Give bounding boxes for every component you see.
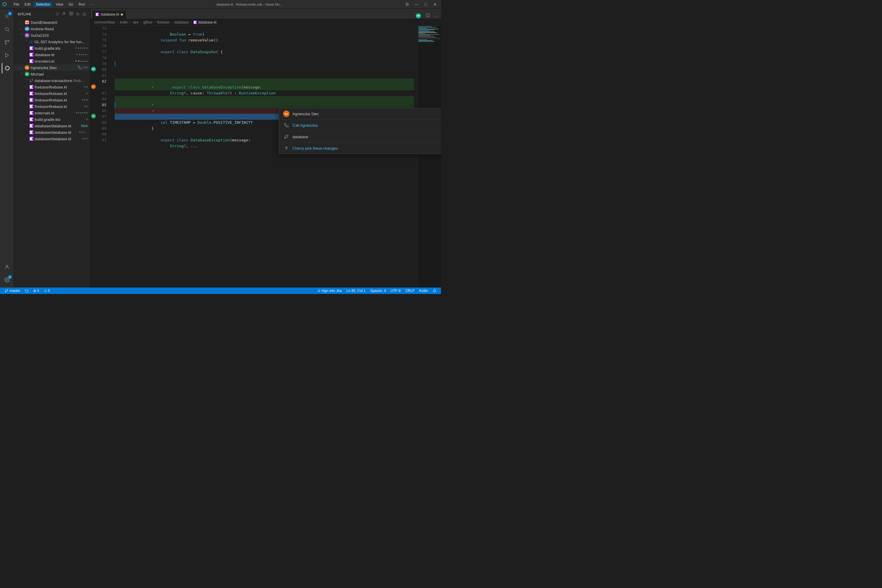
settings-activity-icon[interactable]: 1 [2, 274, 12, 285]
sidebar-item-gl587[interactable]: › ☑ GL-587 Analytics for the fun... [14, 39, 90, 45]
statusbar-notifications[interactable] [430, 288, 439, 294]
breadcrumb-kt-icon [194, 21, 197, 24]
sidebar-item-fb2[interactable]: firebase/firebase.kt + [14, 90, 90, 97]
sidebar: GITLIVE ▽ ↻ ⊡ [14, 9, 90, 288]
sidebar-item-build-gradle[interactable]: build.gradle.kts • +++++ [14, 45, 90, 51]
extensions-activity-icon[interactable] [2, 63, 12, 74]
call-agnieszka-icon[interactable] [78, 65, 82, 70]
view-code-icon[interactable]: </> [83, 65, 88, 70]
minimize-button[interactable]: ─ [413, 2, 420, 8]
menu-go[interactable]: Go [66, 2, 75, 7]
search-activity-icon[interactable] [2, 24, 12, 35]
split-editor-icon[interactable] [424, 13, 431, 19]
suda-avatar: SD [25, 33, 29, 38]
editor-content: ME AG MI 73 74 75 [90, 26, 441, 288]
source-control-activity-icon[interactable] [2, 37, 12, 48]
sidebar-item-agnieszka[interactable]: › AG Agnieszka Stec </> [14, 64, 90, 71]
breadcrumb-file[interactable]: database.kt [198, 20, 216, 24]
sidebar-item-db-transactions[interactable]: › database-transactions fireb... [14, 77, 90, 84]
andrew-avatar: AR [25, 27, 29, 31]
sidebar-item-database-kt[interactable]: database.kt • ++++- [14, 51, 90, 58]
svg-point-0 [5, 28, 9, 31]
me-avatar-indicator: ME [416, 13, 421, 18]
popup-agnieszka-header[interactable]: AG Agnieszka Stec [279, 108, 441, 120]
sidebar-item-db-db1[interactable]: database/database.kt New [14, 123, 90, 129]
menu-view[interactable]: View [53, 2, 66, 7]
statusbar-language-label: Kotlin [419, 289, 428, 293]
statusbar-sync[interactable] [22, 288, 31, 294]
externals-label: externals.kt [35, 111, 73, 115]
filter-icon[interactable]: ▽ [55, 11, 60, 17]
sidebar-item-db-db3[interactable]: database/database.kt +++ [14, 135, 90, 142]
run-debug-activity-icon[interactable] [2, 50, 12, 61]
sidebar-item-encoders-kt[interactable]: encoders.kt • +------- [14, 58, 90, 64]
breadcrumb-kotlin[interactable]: kotlin [120, 20, 128, 24]
menu-edit[interactable]: Edit [22, 2, 33, 7]
popup-call-action[interactable]: Call Agnieszka [279, 120, 441, 131]
sidebar-item-externals[interactable]: externals.kt ++++++ [14, 110, 90, 116]
statusbar-jira[interactable]: ⊙ Sign into Jira [315, 288, 344, 294]
tab-database-kt[interactable]: database.kt [92, 10, 127, 19]
code-line-76: expect class DataSnapshot { [115, 43, 414, 49]
explorer-activity-icon[interactable]: ⎘ 1 [2, 11, 12, 22]
statusbar-line-ending[interactable]: CRLF [403, 288, 417, 294]
breadcrumb-database[interactable]: database [174, 20, 189, 24]
svg-rect-14 [26, 22, 27, 24]
statusbar-branch[interactable]: master [2, 288, 22, 294]
sidebar-header: GITLIVE ▽ ↻ ⊡ [14, 9, 90, 19]
sidebar-item-andrew[interactable]: › AR Andrew Reed [14, 26, 90, 32]
tab-modified-dot [121, 14, 123, 16]
suda-label: SuDa2103 [31, 33, 88, 38]
maximize-button[interactable]: □ [423, 2, 429, 8]
gear-icon[interactable] [69, 11, 74, 17]
svg-point-10 [63, 12, 65, 14]
menu-selection[interactable]: Selection [33, 2, 52, 7]
sidebar-item-suda[interactable]: › SD SuDa2103 [14, 32, 90, 39]
fb1-label: firebase/firebase.kt [35, 85, 81, 89]
sidebar-item-david[interactable]: › DavidEdwards5 [14, 19, 90, 26]
close-button[interactable]: ✕ [432, 2, 439, 8]
collab-line-avatar: AG [91, 84, 96, 89]
statusbar-encoding[interactable]: UTF-8 [388, 288, 403, 294]
statusbar-warnings-label: ⚠ 0 [44, 289, 50, 293]
window-controls: ⧉ ─ □ ✕ [404, 1, 439, 8]
menu-run[interactable]: Run [76, 2, 87, 7]
layout-icon[interactable]: ⊡ [82, 11, 87, 17]
settings-badge: 1 [8, 275, 12, 279]
sidebar-item-fb3[interactable]: firebase/firebase.kt +++ [14, 97, 90, 103]
agnieszka-avatar: AG [25, 65, 29, 70]
sidebar-item-michael[interactable]: › MI Michael [14, 71, 90, 77]
db-db2-label: database/database.kt [35, 130, 76, 135]
sidebar-item-build2[interactable]: build.gradle.kts + [14, 116, 90, 123]
copy-window-icon[interactable]: ⧉ [404, 1, 410, 8]
statusbar-spaces[interactable]: Spaces: 4 [368, 288, 388, 294]
minimap [417, 26, 441, 288]
accounts-activity-icon[interactable] [2, 262, 12, 272]
code-lines[interactable]: Boolean = true) suspend fun removeValue(… [111, 26, 417, 288]
david-label: DavidEdwards5 [31, 20, 88, 25]
editor-scroll[interactable]: ME AG MI 73 74 75 [90, 26, 417, 288]
svg-point-4 [5, 40, 6, 42]
breadcrumb-firebase[interactable]: firebase [157, 20, 170, 24]
breadcrumb-commonmain[interactable]: commonMain [94, 20, 115, 24]
statusbar-language[interactable]: Kotlin [417, 288, 430, 294]
statusbar-warnings[interactable]: ⚠ 0 [42, 288, 52, 294]
sidebar-item-fb1[interactable]: firebase/firebase.kt ++ [14, 84, 90, 90]
database-kt-diff: • ++++- [76, 52, 88, 57]
breadcrumb-dev[interactable]: dev [133, 20, 138, 24]
popup-branch-action[interactable]: database [279, 131, 441, 142]
menu-file[interactable]: File [11, 2, 21, 7]
more-actions-icon[interactable]: ··· [432, 13, 438, 19]
sidebar-item-fb4[interactable]: firebase/firebase.kt ++ [14, 103, 90, 110]
sidebar-item-db-db2[interactable]: database/database.kt +++... [14, 129, 90, 135]
statusbar-position[interactable]: Ln 85, Col 1 [344, 288, 368, 294]
fb4-label: firebase/firebase.kt [35, 104, 81, 109]
statusbar-errors[interactable]: ⊗ 0 [31, 288, 42, 294]
user-icon[interactable] [62, 11, 67, 17]
kotlin-file-icon [29, 59, 33, 63]
agnieszka-label: Agnieszka Stec [31, 66, 76, 70]
breadcrumb-gitlive[interactable]: gitlive [143, 20, 152, 24]
refresh-icon[interactable]: ↻ [75, 11, 80, 17]
popup-cherry-action[interactable]: Cherry pick these changes [279, 142, 441, 154]
menu-more[interactable]: ··· [88, 2, 95, 7]
